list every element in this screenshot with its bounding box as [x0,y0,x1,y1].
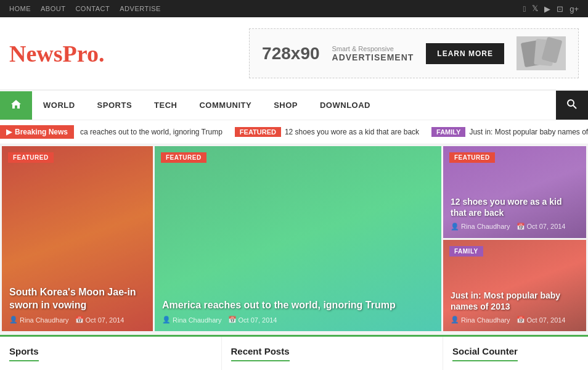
breaking-label: ▶ Breaking News [0,125,74,139]
card2-date: 📅 Oct 07, 2014 [228,316,277,324]
author-icon: 👤 [9,316,18,324]
card2-author: 👤 Rina Chaudhary [162,316,222,324]
card2-meta: 👤 Rina Chaudhary 📅 Oct 07, 2014 [162,316,434,324]
nav-contact-link[interactable]: CONTACT [75,5,110,12]
featured-card-4[interactable]: FAMILY Just in: Most popular baby names … [443,240,586,332]
card4-title: Just in: Most popular baby names of 2013 [451,290,579,312]
ad-banner: 728x90 Smart & Responsive ADVERTISEMENT … [249,28,579,78]
nav-sports[interactable]: SPORTS [86,92,143,118]
top-bar-nav: HOME ABOUT CONTACT ADVERTISE [9,5,161,12]
breaking-tag-featured: FEATURED [235,127,281,137]
logo-dot: . [99,41,105,67]
nav-about-link[interactable]: ABOUT [41,5,65,12]
card4-content: Just in: Most popular baby names of 2013… [443,282,586,331]
author-icon-3: 👤 [451,223,459,231]
breaking-tag-family: FAMILY [431,127,465,137]
card2-date-text: Oct 07, 2014 [239,316,277,324]
author-icon-4: 👤 [451,316,459,324]
calendar-icon-3: 📅 [517,223,525,231]
sports-title: Sports [9,346,39,361]
card3-badge: FEATURED [449,152,495,163]
ad-size: 728x90 [262,44,319,64]
nav-download[interactable]: DOWNLOAD [309,92,382,118]
learn-more-button[interactable]: LEARN MORE [426,43,504,64]
breaking-icon: ▶ [6,128,12,136]
ad-sub-small: Smart & Responsive [332,45,414,52]
search-button[interactable] [556,91,588,120]
ad-image [517,36,566,70]
card3-author: 👤 Rina Chaudhary [451,223,510,231]
breaking-news-bar: ▶ Breaking News ca reaches out to the wo… [0,120,588,144]
card3-date: 📅 Oct 07, 2014 [517,223,566,231]
card1-content: South Korea's Moon Jae-in sworn in vowin… [2,279,153,331]
top-bar: HOME ABOUT CONTACT ADVERTISE  𝕏 ▶ ⊡ g+ [0,0,588,17]
featured-card-side: FEATURED 12 shoes you wore as a kid that… [443,146,586,331]
card1-author-text: Rina Chaudhary [20,316,69,324]
card4-badge: FAMILY [449,246,483,257]
card4-author: 👤 Rina Chaudhary [451,316,510,324]
social-counter-title: Social Counter [452,346,518,361]
card1-date: 📅 Oct 07, 2014 [75,316,125,324]
card1-date-text: Oct 07, 2014 [86,316,125,324]
main-nav: WORLD SPORTS TECH COMMUNITY SHOP DOWNLOA… [0,90,588,120]
svg-point-4 [568,100,574,106]
card1-meta: 👤 Rina Chaudhary 📅 Oct 07, 2014 [9,316,145,324]
breaking-items: ca reaches out to the world, ignoring Tr… [80,127,588,137]
youtube-icon[interactable]: ▶ [544,4,550,14]
header: NewsPro. 728x90 Smart & Responsive ADVER… [0,17,588,90]
social-counter-col: Social Counter [443,337,588,370]
recent-posts-col: Recent Posts [222,337,444,370]
calendar-icon-2: 📅 [228,316,237,324]
svg-line-5 [573,105,576,109]
breaking-item-3[interactable]: Just in: Most popular baby names of 2013 [469,128,588,136]
card2-badge: FEATURED [161,152,206,163]
nav-home-button[interactable] [0,91,32,120]
calendar-icon-4: 📅 [517,316,525,324]
breaking-item-2[interactable]: 12 shoes you wore as a kid that are back [285,128,419,136]
card3-content: 12 shoes you wore as a kid that are back… [443,189,586,237]
bottom-section: Sports Recent Posts Social Counter [0,335,588,370]
logo-text: NewsPro [9,41,99,67]
twitter-icon[interactable]: 𝕏 [532,4,538,14]
card4-date: 📅 Oct 07, 2014 [517,316,566,324]
card2-content: America reaches out to the world, ignori… [155,292,441,331]
recent-posts-title: Recent Posts [231,346,290,361]
nav-tech[interactable]: TECH [143,92,188,118]
breaking-item-1[interactable]: ca reaches out to the world, ignoring Tr… [80,128,223,136]
author-icon-2: 👤 [162,316,171,324]
card4-date-text: Oct 07, 2014 [527,316,566,324]
card3-author-text: Rina Chaudhary [461,223,510,230]
nav-home-link[interactable]: HOME [9,5,31,12]
card1-author: 👤 Rina Chaudhary [9,316,69,324]
nav-community[interactable]: COMMUNITY [188,92,263,118]
ad-sub-big: ADVERTISEMENT [332,52,414,62]
card3-date-text: Oct 07, 2014 [527,223,566,230]
card2-author-text: Rina Chaudhary [173,316,222,324]
featured-card-1[interactable]: FEATURED South Korea's Moon Jae-in sworn… [2,146,153,331]
nav-advertise-link[interactable]: ADVERTISE [120,5,161,12]
featured-card-2[interactable]: FEATURED America reaches out to the worl… [155,146,441,331]
logo: NewsPro. [9,40,104,67]
sports-col: Sports [0,337,222,370]
top-bar-social:  𝕏 ▶ ⊡ g+ [523,4,579,14]
card1-title: South Korea's Moon Jae-in sworn in vowin… [9,286,145,312]
nav-items: WORLD SPORTS TECH COMMUNITY SHOP DOWNLOA… [32,92,382,118]
breaking-label-text: Breaking News [15,128,68,136]
card3-title: 12 shoes you wore as a kid that are back [451,196,579,218]
card1-badge: FEATURED [8,152,54,163]
nav-shop[interactable]: SHOP [263,92,309,118]
card4-author-text: Rina Chaudhary [461,316,510,324]
ad-sub: Smart & Responsive ADVERTISEMENT [332,45,414,62]
card3-meta: 👤 Rina Chaudhary 📅 Oct 07, 2014 [451,223,579,231]
featured-grid: FEATURED South Korea's Moon Jae-in sworn… [0,144,588,333]
card4-meta: 👤 Rina Chaudhary 📅 Oct 07, 2014 [451,316,579,324]
featured-card-3[interactable]: FEATURED 12 shoes you wore as a kid that… [443,146,586,238]
instagram-icon[interactable]: ⊡ [557,4,563,14]
googleplus-icon[interactable]: g+ [570,4,579,14]
facebook-icon[interactable]:  [523,4,526,14]
calendar-icon: 📅 [75,316,84,324]
card2-title: America reaches out to the world, ignori… [162,299,434,312]
nav-world[interactable]: WORLD [32,92,86,118]
